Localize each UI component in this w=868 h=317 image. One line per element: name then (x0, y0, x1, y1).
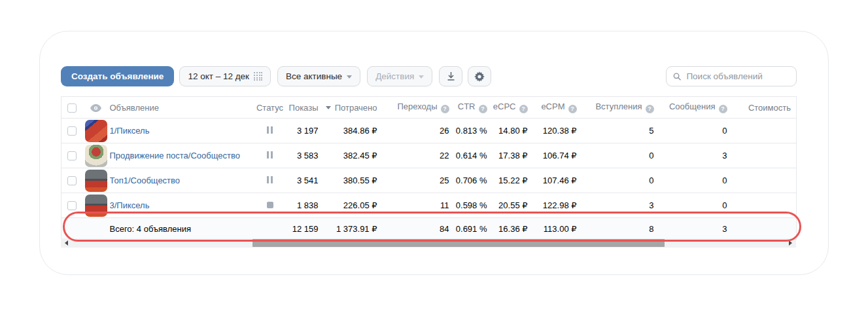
row-checkbox[interactable] (67, 126, 77, 136)
row-checkbox[interactable] (67, 201, 77, 210)
download-icon (446, 71, 456, 81)
scroll-right-arrow-icon[interactable] (789, 240, 792, 246)
total-ctr: 0.691 % (455, 218, 493, 240)
cell-ecpm: 122.98 ₽ (533, 193, 582, 218)
status-filter-select[interactable]: Все активные (277, 66, 360, 86)
cell-joins: 5 (582, 119, 659, 143)
select-all-checkbox[interactable] (67, 103, 77, 113)
create-ad-button[interactable]: Создать объявление (61, 66, 174, 86)
cell-joins: 3 (582, 193, 659, 218)
cell-cost (733, 119, 797, 143)
table-header-row: Объявление Статус Показы Потрачено Перех… (61, 97, 797, 119)
help-icon[interactable]: ? (519, 105, 528, 113)
col-header-messages[interactable]: Сообщения? (659, 97, 733, 119)
status-paused-icon (267, 126, 273, 134)
search-icon (673, 72, 681, 81)
ad-name-link[interactable]: Продвижение поста/Сообщество (110, 151, 240, 160)
cell-ecpc: 20.55 ₽ (493, 193, 533, 218)
col-header-ad[interactable]: Объявление (110, 97, 254, 119)
table-row: Топ1/Сообщество 3 541 380.55 ₽ 25 0.706 … (61, 168, 797, 193)
help-icon[interactable]: ? (646, 105, 654, 113)
cell-ecpm: 120.38 ₽ (533, 119, 582, 143)
cell-ecpm: 107.46 ₽ (533, 168, 582, 193)
col-header-cost[interactable]: Стоимость (733, 97, 797, 119)
col-header-ecpm[interactable]: eCPM? (533, 97, 582, 119)
cell-clicks: 22 (383, 143, 455, 168)
cell-clicks: 25 (383, 168, 455, 193)
search-box (666, 66, 797, 86)
ad-thumbnail[interactable] (85, 120, 107, 142)
cell-impressions: 1 838 (286, 193, 324, 218)
settings-button[interactable] (468, 66, 491, 86)
cell-cost (733, 193, 797, 218)
cell-ecpm: 106.74 ₽ (533, 143, 582, 168)
table-row: Продвижение поста/Сообщество 3 583 382.4… (61, 143, 797, 168)
sort-desc-icon (326, 106, 331, 109)
table-row: 3/Пиксель 1 838 226.05 ₽ 11 0.598 % 20.5… (61, 193, 797, 218)
ad-thumbnail[interactable] (85, 145, 107, 167)
ads-table: Объявление Статус Показы Потрачено Перех… (61, 96, 796, 240)
status-paused-icon (267, 151, 273, 158)
cell-ctr: 0.614 % (455, 143, 493, 168)
cell-ctr: 0.598 % (455, 193, 493, 218)
ads-panel-card: Создать объявление 12 окт – 12 дек Все а… (39, 31, 829, 275)
cell-cost (733, 168, 797, 193)
cell-spent: 380.55 ₽ (324, 168, 383, 193)
horizontal-scrollbar[interactable] (61, 238, 796, 248)
gear-icon (474, 71, 485, 82)
cell-clicks: 26 (383, 119, 455, 143)
help-icon[interactable]: ? (479, 105, 487, 113)
cell-messages: 0 (659, 168, 733, 193)
ad-name-link[interactable]: Топ1/Сообщество (110, 176, 181, 185)
row-checkbox[interactable] (67, 151, 77, 160)
cell-impressions: 3 197 (286, 119, 324, 143)
actions-label: Действия (375, 71, 414, 81)
status-stopped-icon (267, 202, 273, 208)
col-header-impressions[interactable]: Показы (286, 97, 324, 119)
export-button[interactable] (439, 66, 462, 86)
ad-name-link[interactable]: 3/Пиксель (110, 200, 150, 210)
help-icon[interactable]: ? (719, 105, 727, 113)
search-input[interactable] (686, 71, 790, 81)
col-header-ecpc[interactable]: eCPC? (493, 97, 533, 119)
col-header-spent[interactable]: Потрачено (324, 97, 383, 119)
total-spent: 1 373.91 ₽ (324, 218, 383, 240)
cell-ctr: 0.813 % (455, 119, 493, 143)
actions-button[interactable]: Действия (367, 66, 432, 86)
total-ecpc: 16.36 ₽ (493, 218, 533, 240)
cell-spent: 384.86 ₽ (324, 119, 383, 143)
col-header-joins[interactable]: Вступления? (582, 97, 659, 119)
cell-messages: 3 (659, 143, 733, 168)
total-joins: 8 (582, 218, 659, 240)
date-range-button[interactable]: 12 окт – 12 дек (179, 66, 271, 86)
date-range-label: 12 окт – 12 дек (188, 71, 249, 81)
cell-clicks: 11 (383, 193, 455, 218)
chevron-down-icon (347, 75, 352, 79)
scroll-left-arrow-icon[interactable] (65, 240, 68, 246)
cell-joins: 0 (582, 143, 659, 168)
total-messages: 3 (659, 218, 733, 240)
col-header-ctr[interactable]: CTR? (455, 97, 493, 119)
visibility-eye-icon (90, 104, 101, 112)
col-header-status[interactable]: Статус (254, 97, 286, 119)
cell-spent: 382.45 ₽ (324, 143, 383, 168)
ad-thumbnail[interactable] (85, 170, 107, 192)
calendar-grid-icon (254, 72, 262, 81)
cell-ctr: 0.706 % (455, 168, 493, 193)
cell-impressions: 3 583 (286, 143, 324, 168)
total-clicks: 84 (383, 218, 455, 240)
help-icon[interactable]: ? (441, 105, 449, 113)
total-impressions: 12 159 (286, 218, 324, 240)
scrollbar-thumb[interactable] (252, 239, 665, 247)
col-header-clicks[interactable]: Переходы? (383, 97, 455, 119)
help-icon[interactable]: ? (568, 105, 577, 113)
cell-messages: 0 (659, 119, 733, 143)
cell-cost (733, 143, 797, 168)
ad-name-link[interactable]: 1/Пиксель (110, 126, 150, 136)
row-checkbox[interactable] (67, 176, 77, 185)
cell-ecpc: 14.80 ₽ (493, 119, 533, 143)
toolbar: Создать объявление 12 окт – 12 дек Все а… (61, 66, 797, 86)
ad-thumbnail[interactable] (85, 195, 107, 217)
totals-row: Всего: 4 объявления 12 159 1 373.91 ₽ 84… (61, 218, 797, 240)
total-cost (733, 218, 797, 240)
